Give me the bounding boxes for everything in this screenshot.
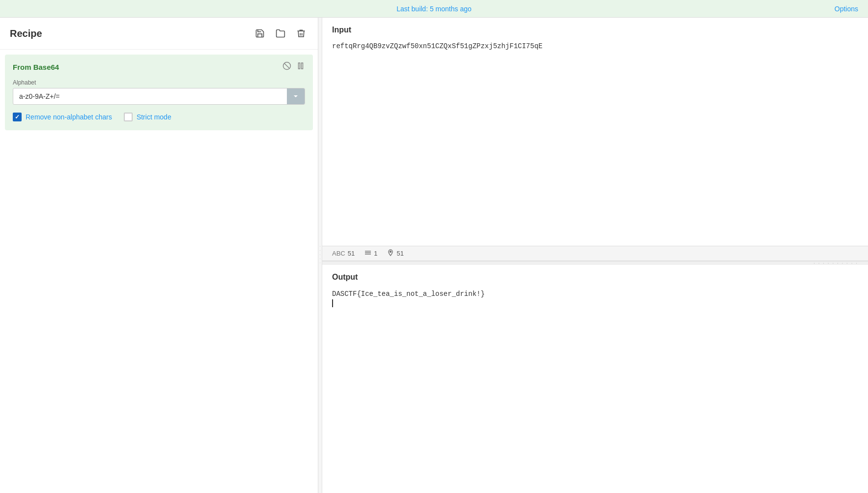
line-count-stat: 1 <box>364 249 377 258</box>
alphabet-dropdown-button[interactable] <box>287 88 305 104</box>
operation-name: From Base64 <box>13 63 59 71</box>
output-text-area[interactable]: DASCTF{Ice_tea_is_not_a_loser_drink!} <box>332 289 858 307</box>
line-count-icon <box>364 249 371 258</box>
remove-non-alpha-checkbox[interactable] <box>13 113 22 121</box>
text-cursor <box>332 299 333 307</box>
char-count-icon: ABC <box>332 250 345 257</box>
options-button[interactable]: Options <box>835 5 858 13</box>
strict-mode-label: Strict mode <box>137 113 171 121</box>
last-build-label: Last build: 5 months ago <box>396 5 472 13</box>
right-panel: Input reftqRrg4QB9zvZQzwf50xn51CZQxSf51g… <box>322 18 868 493</box>
operation-title-row: From Base64 <box>13 61 305 72</box>
recipe-toolbar <box>253 27 308 40</box>
remove-non-alpha-label: Remove non-alphabet chars <box>26 113 112 121</box>
alphabet-input[interactable] <box>13 88 287 104</box>
resize-handle[interactable]: · · · · · · · · · · <box>322 261 868 265</box>
svg-rect-2 <box>299 63 300 69</box>
top-bar: Last build: 5 months ago Options <box>0 0 868 18</box>
left-panel: Recipe <box>0 18 318 493</box>
disable-icon[interactable] <box>282 61 291 72</box>
resize-dots: · · · · · <box>318 246 322 264</box>
output-label: Output <box>332 273 858 282</box>
remove-non-alpha-checkbox-item[interactable]: Remove non-alphabet chars <box>13 113 112 121</box>
position-icon <box>387 249 394 258</box>
cursor-line <box>332 299 858 307</box>
delete-button[interactable] <box>294 27 308 40</box>
save-button[interactable] <box>253 27 267 40</box>
output-section: Output DASCTF{Ice_tea_is_not_a_loser_dri… <box>322 265 868 493</box>
alphabet-selector <box>13 88 305 105</box>
input-text-area[interactable]: reftqRrg4QB9zvZQzwf50xn51CZQxSf51gZPzxj5… <box>332 41 858 238</box>
position-stat: 51 <box>387 249 403 258</box>
char-count-value: 51 <box>348 250 355 257</box>
checkbox-row: Remove non-alphabet chars Strict mode <box>13 113 305 121</box>
output-value: DASCTF{Ice_tea_is_not_a_loser_drink!} <box>332 289 858 299</box>
svg-line-1 <box>284 63 290 69</box>
line-count-value: 1 <box>374 250 377 257</box>
input-label: Input <box>332 26 858 34</box>
left-resize-handle[interactable]: · · · · · <box>318 18 322 493</box>
position-value: 51 <box>396 250 403 257</box>
input-value: reftqRrg4QB9zvZQzwf50xn51CZQxSf51gZPzxj5… <box>332 42 542 50</box>
open-folder-button[interactable] <box>274 27 287 40</box>
pause-icon[interactable] <box>296 61 305 72</box>
char-count-stat: ABC 51 <box>332 250 355 257</box>
recipe-title: Recipe <box>10 28 42 39</box>
alphabet-group: Alphabet <box>13 79 305 105</box>
strict-mode-checkbox-item[interactable]: Strict mode <box>124 113 171 121</box>
empty-operations-area <box>0 135 318 493</box>
main-layout: Recipe <box>0 18 868 493</box>
svg-rect-3 <box>302 63 303 69</box>
recipe-header: Recipe <box>0 18 318 50</box>
operation-block: From Base64 <box>5 55 313 130</box>
alphabet-label: Alphabet <box>13 79 305 86</box>
svg-point-7 <box>390 251 392 253</box>
input-section: Input reftqRrg4QB9zvZQzwf50xn51CZQxSf51g… <box>322 18 868 246</box>
input-stats-bar: ABC 51 1 <box>322 246 868 261</box>
strict-mode-checkbox[interactable] <box>124 113 133 121</box>
operation-controls <box>282 61 305 72</box>
